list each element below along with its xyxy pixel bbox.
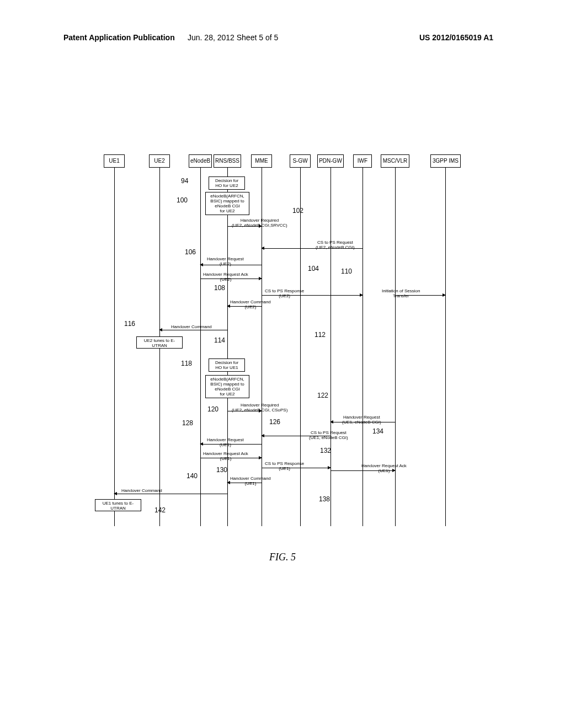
message-label: Handover Command bbox=[121, 488, 162, 493]
message-label: CS to PS Request (UE2, eNodeB CGI) bbox=[316, 240, 355, 250]
message-label: Handover Request (UE1, eNodeB CGI) bbox=[342, 415, 381, 425]
reference-number: 104 bbox=[308, 265, 319, 272]
reference-number: 128 bbox=[182, 419, 193, 427]
reference-number: 126 bbox=[269, 418, 280, 426]
reference-number: 138 bbox=[319, 495, 330, 503]
message-label: Handover Command (UE1) bbox=[230, 476, 271, 486]
reference-number: 116 bbox=[124, 320, 135, 328]
reference-number: 132 bbox=[320, 447, 331, 454]
lifeline bbox=[227, 168, 228, 526]
reference-number: 142 bbox=[154, 506, 166, 514]
reference-number: 112 bbox=[315, 331, 326, 339]
entity-box: IWF bbox=[353, 154, 372, 168]
entity-box: UE1 bbox=[104, 154, 125, 168]
sequence-diagram: UE1UE2eNodeBRNS/BSSMMES-GWPDN-GWIWFMSC/V… bbox=[99, 154, 463, 540]
message-label: Handover Command (UE2) bbox=[230, 299, 271, 309]
message-arrow bbox=[159, 330, 227, 330]
entity-box: eNodeB bbox=[189, 154, 212, 168]
entity-box: RNS/BSS bbox=[214, 154, 241, 168]
entity-box: MSC/VLR bbox=[381, 154, 409, 168]
process-box: eNodeB(ARFCN, BSIC) mapped to eNodeB CGI… bbox=[205, 192, 249, 215]
reference-number: 108 bbox=[214, 284, 225, 292]
lifeline bbox=[114, 168, 115, 526]
entity-box: 3GPP IMS bbox=[430, 154, 461, 168]
header-right: US 2012/0165019 A1 bbox=[419, 33, 493, 42]
reference-number: 118 bbox=[181, 360, 192, 367]
process-box: UE1 tunes to E- UTRAN bbox=[95, 499, 141, 511]
process-box: eNodeB(ARFCN, BSIC) mapped to eNodeB CGI… bbox=[205, 375, 249, 398]
message-label: Handover Request Ack (UE1) bbox=[361, 463, 407, 473]
lifeline bbox=[445, 168, 446, 526]
reference-number: 114 bbox=[214, 336, 225, 344]
message-label: Handover Command bbox=[171, 324, 212, 329]
process-box: Decision for HO for UE1 bbox=[209, 358, 245, 372]
message-label: Initiation of Session Transfer bbox=[382, 288, 420, 298]
message-label: Handover Required (UE2, eNodeB CGI, CSoP… bbox=[232, 403, 287, 413]
lifeline bbox=[300, 168, 301, 526]
message-label: CS to PS Request (UE1, eNodeB CGI) bbox=[309, 430, 348, 440]
reference-number: 140 bbox=[186, 472, 198, 480]
lifeline bbox=[200, 168, 201, 526]
entity-box: MME bbox=[251, 154, 272, 168]
message-label: Handover Request Ack (UE2) bbox=[203, 272, 248, 282]
process-box: Decision for HO for UE2 bbox=[209, 176, 245, 190]
reference-number: 110 bbox=[341, 267, 352, 275]
reference-number: 130 bbox=[216, 466, 227, 474]
process-box: UE2 tunes to E- UTRAN bbox=[136, 336, 183, 349]
reference-number: 94 bbox=[181, 177, 188, 185]
message-label: CS to PS Response (UE1) bbox=[265, 461, 304, 471]
figure-label: FIG. 5 bbox=[0, 552, 565, 563]
message-label: Handover Required (UE2, eNodeB CGI,SRVCC… bbox=[232, 218, 287, 228]
reference-number: 120 bbox=[207, 405, 218, 413]
message-label: Handover Request (UE2) bbox=[207, 256, 244, 266]
reference-number: 102 bbox=[292, 207, 303, 215]
entity-box: UE2 bbox=[149, 154, 170, 168]
message-arrow bbox=[114, 494, 227, 494]
reference-number: 134 bbox=[372, 427, 383, 435]
reference-number: 106 bbox=[185, 248, 196, 256]
message-label: CS to PS Response (UE2) bbox=[265, 288, 304, 298]
message-label: Handover Request Ack (UE1) bbox=[203, 451, 248, 461]
entity-box: PDN-GW bbox=[317, 154, 344, 168]
entity-box: S-GW bbox=[290, 154, 311, 168]
reference-number: 100 bbox=[177, 196, 188, 204]
lifeline bbox=[331, 168, 331, 526]
header-center: Jun. 28, 2012 Sheet 5 of 5 bbox=[188, 33, 278, 42]
reference-number: 122 bbox=[317, 392, 328, 399]
message-label: Handover Request (UE1) bbox=[207, 437, 244, 447]
header-left: Patent Application Publication bbox=[63, 33, 175, 42]
